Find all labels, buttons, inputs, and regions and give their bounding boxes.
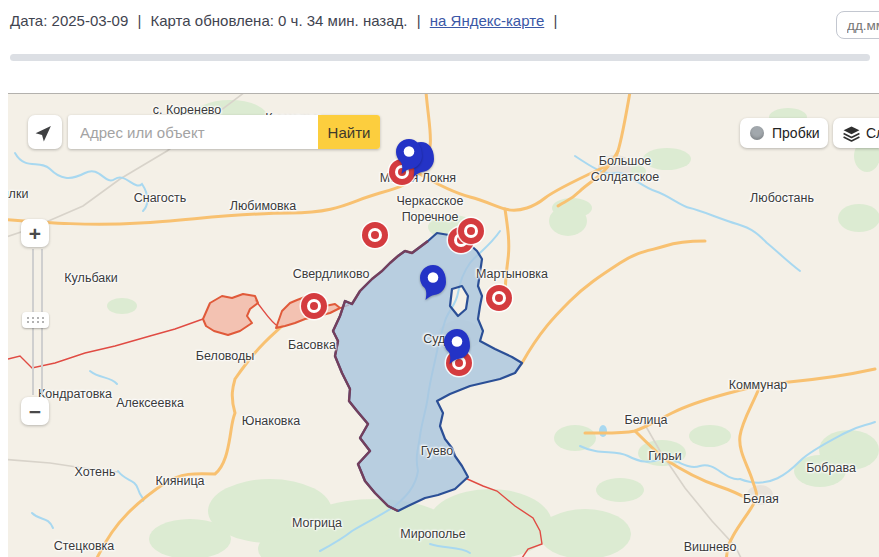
- strike-marker[interactable]: [492, 291, 506, 305]
- drag-dots-icon: [27, 317, 29, 319]
- layers-button-label: Слои: [866, 125, 879, 141]
- search-input[interactable]: [68, 115, 318, 149]
- location-pin-marker[interactable]: [443, 328, 471, 368]
- strike-marker-dot: [457, 236, 465, 244]
- place-label: Любостань: [750, 191, 814, 205]
- separator: |: [417, 12, 421, 29]
- place-label: Басовка: [288, 338, 336, 352]
- place-label: Хотень: [75, 465, 116, 479]
- updated-label: Карта обновлена: 0 ч. 34 мин. назад.: [151, 12, 408, 29]
- search-button[interactable]: Найти: [318, 115, 380, 149]
- date-slider-track[interactable]: [10, 54, 870, 61]
- place-label: Беловоды: [196, 349, 255, 363]
- separator: |: [137, 12, 141, 29]
- zoom-in-button[interactable]: +: [21, 219, 49, 247]
- place-label: Гирьи: [648, 449, 682, 463]
- strike-marker-dot: [310, 302, 318, 310]
- place-label: Вишнево: [684, 540, 737, 554]
- map-terrain: [8, 94, 879, 557]
- strike-marker[interactable]: [368, 228, 382, 242]
- date-picker-input[interactable]: [836, 11, 879, 39]
- zoom-out-button[interactable]: −: [21, 397, 49, 425]
- yandex-map[interactable]: с. Коренево Кремяное ылки Снагость Любим…: [8, 93, 879, 557]
- zoom-slider-handle[interactable]: [22, 312, 49, 328]
- place-label: Большое Солдатское: [581, 153, 669, 186]
- place-label: ылки: [8, 187, 28, 201]
- strike-marker-dot: [467, 227, 475, 235]
- yandex-map-link[interactable]: на Яндекс-карте: [430, 12, 545, 29]
- location-pin-marker[interactable]: [395, 138, 423, 178]
- place-label: Коммунар: [729, 378, 788, 392]
- place-label: Черкасское Поречное: [380, 193, 480, 226]
- traffic-button-label: Пробки: [772, 125, 820, 141]
- place-label: Кияница: [155, 474, 204, 488]
- place-label: Свердликово: [293, 267, 370, 281]
- place-label: Любимовка: [230, 199, 297, 213]
- layers-icon: [842, 124, 861, 143]
- traffic-button[interactable]: Пробки: [740, 118, 828, 148]
- status-bar: Дата: 2025-03-09 | Карта обновлена: 0 ч.…: [10, 12, 562, 29]
- place-label: Стецковка: [54, 539, 115, 553]
- map-search-bar: Найти: [68, 115, 380, 149]
- strike-marker[interactable]: [307, 299, 321, 313]
- place-label: Кульбаки: [64, 271, 117, 285]
- place-label: Бобрава: [806, 461, 856, 475]
- place-label: Мартыновка: [476, 267, 548, 281]
- navigation-arrow-icon: [35, 122, 55, 142]
- place-label: Мирополье: [400, 527, 466, 541]
- place-label: Белая: [743, 492, 779, 506]
- date-label: Дата: 2025-03-09: [10, 12, 128, 29]
- place-label: Снагость: [134, 191, 187, 205]
- strike-marker[interactable]: [464, 224, 478, 238]
- place-label: Кондратовка: [38, 387, 112, 401]
- geolocation-button[interactable]: [28, 115, 62, 149]
- traffic-light-icon: [750, 126, 764, 140]
- separator: |: [553, 12, 557, 29]
- place-label: Алексеевка: [116, 396, 184, 410]
- strike-marker-dot: [495, 294, 503, 302]
- strike-marker-dot: [371, 231, 379, 239]
- place-label: Гуево: [421, 444, 453, 458]
- place-label: Юнаковка: [242, 414, 300, 428]
- place-label: Могрица: [292, 516, 342, 530]
- location-pin-marker[interactable]: [419, 264, 447, 304]
- layers-button[interactable]: Слои: [833, 118, 879, 148]
- place-label: Белица: [624, 413, 667, 427]
